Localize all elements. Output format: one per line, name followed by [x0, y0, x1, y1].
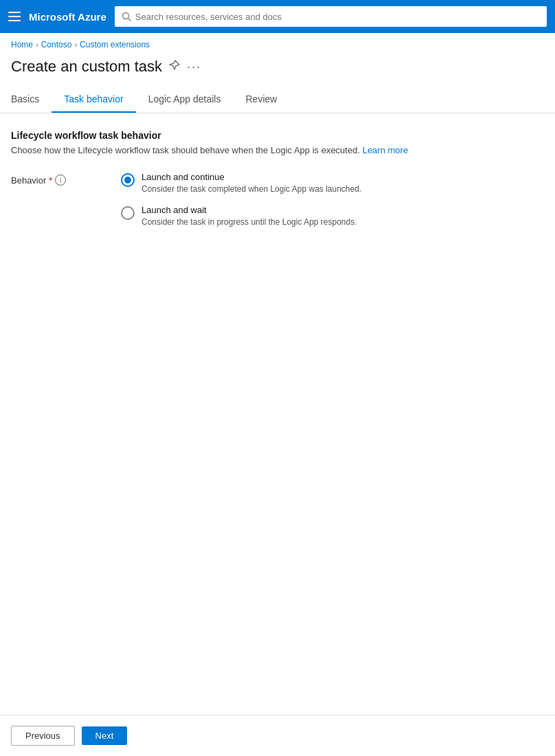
radio-option-launch-wait[interactable]: Launch and wait Consider the task in pro…: [121, 205, 361, 227]
more-options-icon[interactable]: ···: [187, 60, 201, 74]
tab-task-behavior[interactable]: Task behavior: [52, 87, 135, 113]
svg-rect-1: [8, 16, 21, 17]
tab-review[interactable]: Review: [233, 87, 289, 113]
radio-option-launch-continue[interactable]: Launch and continue Consider the task co…: [121, 172, 361, 194]
radio-launch-continue-label: Launch and continue: [141, 172, 361, 182]
info-icon[interactable]: i: [55, 175, 66, 186]
behavior-label: Behavior * i: [11, 172, 80, 186]
behavior-field-row: Behavior * i Launch and continue Conside…: [11, 172, 544, 227]
radio-launch-continue-text: Launch and continue Consider the task co…: [141, 172, 361, 194]
topbar: Microsoft Azure: [0, 0, 555, 33]
pin-icon[interactable]: [169, 60, 180, 74]
breadcrumb-sep-2: ›: [74, 41, 77, 49]
learn-more-link[interactable]: Learn more: [363, 145, 408, 155]
breadcrumb-contoso[interactable]: Contoso: [41, 40, 72, 49]
previous-button[interactable]: Previous: [11, 726, 75, 746]
svg-rect-2: [8, 20, 21, 21]
hamburger-menu[interactable]: [8, 12, 21, 21]
search-bar[interactable]: [115, 6, 547, 27]
radio-launch-wait-text: Launch and wait Consider the task in pro…: [141, 205, 357, 227]
required-indicator: *: [49, 175, 52, 186]
svg-line-4: [128, 19, 131, 21]
radio-options-group: Launch and continue Consider the task co…: [121, 172, 361, 227]
radio-launch-wait-circle[interactable]: [121, 206, 135, 220]
breadcrumb-current: Custom extensions: [80, 40, 150, 49]
svg-rect-0: [8, 12, 21, 13]
footer: Previous Next: [0, 715, 555, 756]
breadcrumb-home[interactable]: Home: [11, 40, 33, 49]
tab-logic-app-details[interactable]: Logic App details: [136, 87, 234, 113]
page-title: Create an custom task: [11, 58, 162, 76]
app-title: Microsoft Azure: [29, 11, 106, 23]
section-title: Lifecycle workflow task behavior: [11, 130, 544, 141]
behavior-label-text: Behavior: [11, 175, 46, 186]
tab-basics[interactable]: Basics: [11, 87, 52, 113]
page-header: Create an custom task ···: [0, 52, 555, 87]
radio-launch-continue-circle[interactable]: [121, 173, 135, 187]
section-description: Choose how the Lifecycle workflow task s…: [11, 145, 544, 155]
radio-launch-wait-label: Launch and wait: [141, 205, 357, 215]
search-input[interactable]: [135, 12, 540, 22]
tabs-container: Basics Task behavior Logic App details R…: [0, 87, 555, 113]
search-icon: [122, 12, 131, 21]
radio-launch-wait-desc: Consider the task in progress until the …: [141, 217, 357, 227]
breadcrumb: Home › Contoso › Custom extensions: [0, 33, 555, 52]
radio-launch-continue-desc: Consider the task completed when Logic A…: [141, 184, 361, 194]
breadcrumb-sep-1: ›: [36, 41, 38, 49]
next-button[interactable]: Next: [82, 726, 128, 745]
main-content: Lifecycle workflow task behavior Choose …: [0, 113, 555, 715]
section-desc-text: Choose how the Lifecycle workflow task s…: [11, 145, 360, 155]
